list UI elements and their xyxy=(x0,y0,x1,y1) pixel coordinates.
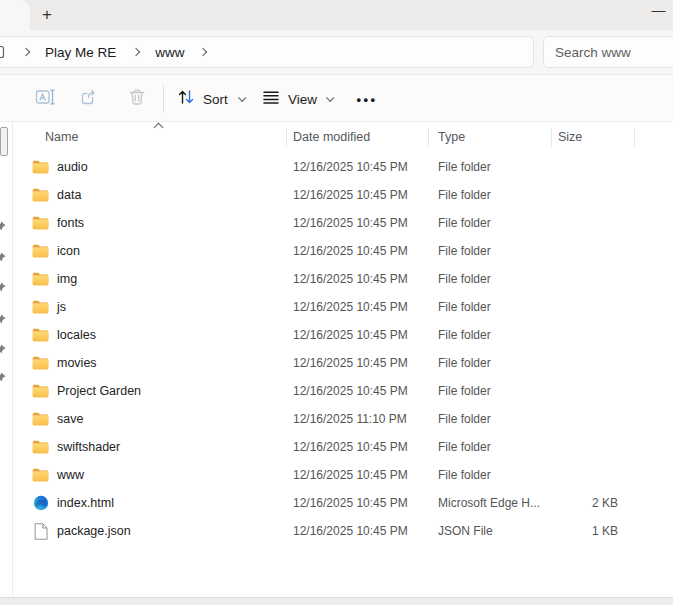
file-date-modified: 12/16/2025 10:45 PM xyxy=(286,524,428,538)
column-resize-handle[interactable] xyxy=(551,127,552,147)
share-icon xyxy=(79,87,99,111)
file-date-modified: 12/16/2025 11:10 PM xyxy=(286,412,428,426)
new-tab-button[interactable]: + xyxy=(35,3,59,27)
file-date-modified: 12/16/2025 10:45 PM xyxy=(286,160,428,174)
active-tab[interactable]: ✕ xyxy=(0,0,30,30)
nav-scrollbar-thumb[interactable] xyxy=(0,127,8,156)
nav-pin xyxy=(0,340,6,350)
nav-pin xyxy=(0,310,6,320)
minimize-button[interactable]: — xyxy=(644,0,673,26)
pin-icon xyxy=(0,344,6,354)
view-icon xyxy=(262,88,280,110)
file-row[interactable]: locales 12/16/2025 10:45 PM File folder xyxy=(12,321,673,349)
breadcrumb-item-play-me-re[interactable]: Play Me RE xyxy=(45,45,116,60)
pin-icon xyxy=(0,372,6,382)
folder-icon xyxy=(32,188,49,202)
view-button[interactable]: View xyxy=(262,85,332,113)
file-type: File folder xyxy=(428,468,551,482)
status-bar xyxy=(0,597,673,605)
file-row[interactable]: save 12/16/2025 11:10 PM File folder xyxy=(12,405,673,433)
see-more-button[interactable]: ••• xyxy=(352,85,382,113)
column-header-name[interactable]: Name xyxy=(12,130,286,144)
file-row[interactable]: movies 12/16/2025 10:45 PM File folder xyxy=(12,349,673,377)
file-name: index.html xyxy=(57,496,114,510)
file-date-modified: 12/16/2025 10:45 PM xyxy=(286,300,428,314)
column-header-type[interactable]: Type xyxy=(428,130,551,144)
file-row[interactable]: swiftshader 12/16/2025 10:45 PM File fol… xyxy=(12,433,673,461)
file-date-modified: 12/16/2025 10:45 PM xyxy=(286,328,428,342)
file-name: locales xyxy=(57,328,96,342)
file-name: movies xyxy=(57,356,97,370)
breadcrumb-item-www[interactable]: www xyxy=(155,45,184,60)
file-row[interactable]: package.json 12/16/2025 10:45 PM JSON Fi… xyxy=(12,517,673,545)
file-row[interactable]: icon 12/16/2025 10:45 PM File folder xyxy=(12,237,673,265)
folder-icon xyxy=(32,216,49,230)
file-icon xyxy=(34,523,48,540)
file-size: 1 KB xyxy=(551,524,630,538)
folder-icon xyxy=(32,160,49,174)
column-resize-handle[interactable] xyxy=(286,127,287,147)
file-size: 2 KB xyxy=(551,496,630,510)
pin-icon xyxy=(0,314,6,324)
folder-icon xyxy=(32,468,49,482)
breadcrumb-chevron-icon[interactable] xyxy=(198,48,206,56)
delete-button[interactable] xyxy=(125,85,149,113)
column-resize-handle[interactable] xyxy=(634,127,635,147)
rename-button[interactable] xyxy=(33,85,57,113)
file-row[interactable]: js 12/16/2025 10:45 PM File folder xyxy=(12,293,673,321)
folder-icon xyxy=(32,384,49,398)
file-date-modified: 12/16/2025 10:45 PM xyxy=(286,440,428,454)
column-header-date-modified[interactable]: Date modified xyxy=(286,130,428,144)
pin-icon xyxy=(0,252,6,262)
nav-pin xyxy=(0,248,6,258)
tab-bar: ✕ + — xyxy=(0,0,673,30)
file-row[interactable]: www 12/16/2025 10:45 PM File folder xyxy=(12,461,673,489)
file-explorer-window: ✕ + — Play Me RE www Search www xyxy=(0,0,673,605)
file-name: js xyxy=(57,300,66,314)
file-name: audio xyxy=(57,160,88,174)
edge-icon xyxy=(33,495,49,511)
chevron-down-icon xyxy=(326,94,334,102)
file-row[interactable]: img 12/16/2025 10:45 PM File folder xyxy=(12,265,673,293)
nav-pin xyxy=(0,278,6,288)
address-bar: Play Me RE www Search www xyxy=(0,30,673,74)
breadcrumb-chevron-icon[interactable] xyxy=(22,48,30,56)
sort-button[interactable]: Sort xyxy=(176,85,243,113)
file-date-modified: 12/16/2025 10:45 PM xyxy=(286,384,428,398)
folder-icon xyxy=(32,356,49,370)
nav-pin xyxy=(0,368,6,378)
folder-icon xyxy=(32,300,49,314)
file-name: www xyxy=(57,468,84,482)
breadcrumb-chevron-icon[interactable] xyxy=(132,48,140,56)
search-placeholder: Search www xyxy=(555,45,631,60)
file-name: Project Garden xyxy=(57,384,141,398)
column-resize-handle[interactable] xyxy=(428,127,429,147)
folder-icon xyxy=(32,272,49,286)
more-icon: ••• xyxy=(356,92,377,107)
toolbar-divider xyxy=(163,85,164,113)
folder-icon xyxy=(32,412,49,426)
file-row[interactable]: data 12/16/2025 10:45 PM File folder xyxy=(12,181,673,209)
file-row[interactable]: audio 12/16/2025 10:45 PM File folder xyxy=(12,153,673,181)
list-header: Name Date modified Type Size xyxy=(12,122,673,151)
file-row[interactable]: Project Garden 12/16/2025 10:45 PM File … xyxy=(12,377,673,405)
pin-icon xyxy=(0,221,6,231)
file-row[interactable]: index.html 12/16/2025 10:45 PM Microsoft… xyxy=(12,489,673,517)
folder-icon xyxy=(32,440,49,454)
file-type: File folder xyxy=(428,216,551,230)
file-type: JSON File xyxy=(428,524,551,538)
file-name: icon xyxy=(57,244,80,258)
file-date-modified: 12/16/2025 10:45 PM xyxy=(286,496,428,510)
folder-icon xyxy=(32,328,49,342)
file-type: File folder xyxy=(428,188,551,202)
delete-icon xyxy=(127,87,147,111)
file-row[interactable]: fonts 12/16/2025 10:45 PM File folder xyxy=(12,209,673,237)
search-input[interactable]: Search www xyxy=(543,36,673,68)
file-type: File folder xyxy=(428,440,551,454)
sort-label: Sort xyxy=(203,92,228,107)
chevron-down-icon xyxy=(238,94,246,102)
file-type: File folder xyxy=(428,328,551,342)
column-header-size[interactable]: Size xyxy=(551,130,630,144)
address-field[interactable]: Play Me RE www xyxy=(0,36,534,68)
share-button[interactable] xyxy=(77,85,101,113)
